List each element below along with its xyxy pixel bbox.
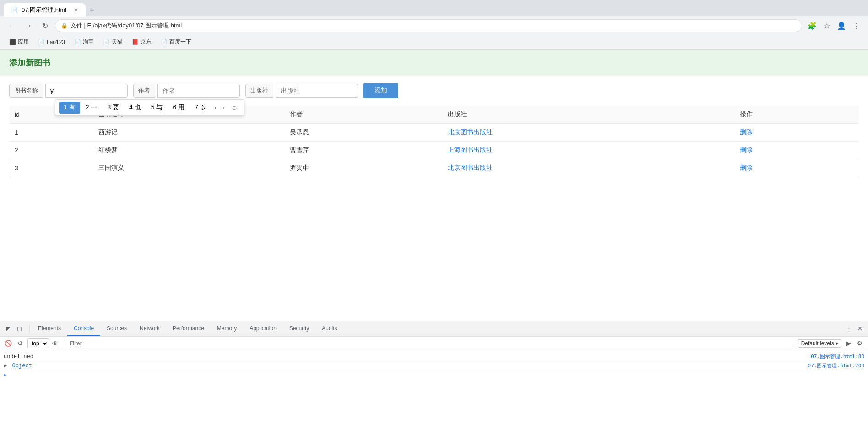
lock-icon: 🔒	[61, 22, 68, 29]
active-tab[interactable]: 📄 07.图示管理.html ✕	[4, 3, 86, 17]
console-filter-input[interactable]	[68, 339, 788, 348]
ime-candidate-5[interactable]: 5 与	[146, 102, 168, 114]
tab-audits[interactable]: Audits	[315, 321, 343, 336]
eye-icon[interactable]: 👁	[52, 340, 58, 347]
more-options-icon[interactable]: ⋮	[844, 324, 853, 333]
menu-button[interactable]: ⋮	[850, 19, 863, 32]
baidu-icon: 📄	[161, 39, 168, 45]
profile-button[interactable]: 👤	[835, 19, 848, 32]
bookmark-jd[interactable]: 📕 京东	[128, 37, 155, 47]
form-area: 图书名称 作者 出版社 添加 1 有 2 一 3 要 4 也 5 与 6 用	[0, 76, 868, 106]
ime-next-button[interactable]: ›	[220, 103, 228, 113]
right-toolbar: ▶ ⚙	[844, 339, 864, 348]
tianmao-label: 天猫	[112, 38, 123, 46]
apps-icon: ⬛	[9, 39, 16, 45]
ime-candidate-1[interactable]: 1 有	[59, 102, 80, 114]
jd-label: 京东	[141, 38, 152, 46]
tab-console[interactable]: Console	[67, 321, 100, 336]
author-input[interactable]	[157, 84, 240, 98]
ime-candidate-7[interactable]: 7 以	[190, 102, 211, 114]
devtools-header: ◤ ◻ Elements Console Sources Network Per…	[0, 321, 868, 337]
publisher-input[interactable]	[276, 84, 358, 98]
ime-candidate-3[interactable]: 3 要	[103, 102, 124, 114]
tab-separator	[29, 325, 30, 333]
delete-link[interactable]: 删除	[740, 164, 753, 171]
add-button[interactable]: 添加	[363, 83, 398, 98]
devtools-panel: ◤ ◻ Elements Console Sources Network Per…	[0, 321, 868, 430]
publisher-link[interactable]: 北京图书出版社	[448, 164, 493, 171]
tab-network[interactable]: Network	[133, 321, 166, 336]
author-field-group: 作者	[133, 84, 240, 98]
table-row: 2 红楼梦 曹雪芹 上海图书出版社 删除	[9, 142, 859, 159]
tab-application[interactable]: Application	[243, 321, 283, 336]
bookmark-hao123[interactable]: 📄 hao123	[34, 38, 69, 46]
back-button[interactable]: ←	[5, 19, 18, 32]
ime-candidate-6[interactable]: 6 用	[168, 102, 189, 114]
prompt-arrow: ►	[4, 371, 7, 378]
delete-link[interactable]: 删除	[740, 146, 753, 153]
bookmark-taobao[interactable]: 📄 淘宝	[71, 37, 98, 47]
device-toggle-icon[interactable]: ◻	[15, 324, 24, 333]
tab-favicon: 📄	[11, 7, 18, 13]
tab-security[interactable]: Security	[283, 321, 315, 336]
console-content: undefined 07.图示管理.html:83 ▶ Object 07.图示…	[0, 350, 868, 430]
tab-close-icon[interactable]: ✕	[74, 7, 78, 13]
page-title: 添加新图书	[9, 57, 859, 68]
close-devtools-icon[interactable]: ✕	[855, 324, 864, 333]
delete-link[interactable]: 删除	[740, 128, 753, 136]
cell-action: 删除	[734, 142, 859, 159]
tab-sources[interactable]: Sources	[100, 321, 133, 336]
address-bar[interactable]: 🔒 文件 | E:/ajax代码/day01/07.图示管理.html	[55, 19, 802, 32]
console-right-icon[interactable]: ▶	[844, 339, 853, 348]
cell-name: 三国演义	[93, 159, 284, 177]
console-link-2[interactable]: 07.图示管理.html:203	[808, 362, 864, 369]
settings-right-icon[interactable]: ⚙	[855, 339, 864, 348]
console-object-1[interactable]: ▶ Object	[4, 362, 32, 369]
tab-memory[interactable]: Memory	[211, 321, 243, 336]
ime-emoji-button[interactable]: ☺	[228, 102, 240, 113]
form-row: 图书名称 作者 出版社 添加	[9, 83, 859, 98]
page-header: 添加新图书	[0, 50, 868, 76]
browser-chrome: 📄 07.图示管理.html ✕ + ← → ↻ 🔒 文件 | E:/ajax代…	[0, 0, 868, 50]
baidu-label: 百度一下	[169, 38, 191, 46]
bookmark-button[interactable]: ☆	[820, 19, 833, 32]
console-link-1[interactable]: 07.图示管理.html:83	[811, 353, 864, 360]
col-action: 操作	[734, 106, 859, 124]
execution-context-select[interactable]: top	[27, 338, 49, 348]
forward-button[interactable]: →	[22, 19, 35, 32]
col-publisher: 出版社	[442, 106, 734, 124]
taobao-icon: 📄	[74, 39, 81, 45]
bookmark-apps[interactable]: ⬛ 应用	[5, 37, 33, 47]
inspect-element-icon[interactable]: ◤	[4, 324, 13, 333]
main-content: 添加新图书 图书名称 作者 出版社 添加 1 有 2	[0, 50, 868, 321]
new-tab-button[interactable]: +	[89, 5, 94, 15]
tab-performance[interactable]: Performance	[166, 321, 211, 336]
ime-candidate-4[interactable]: 4 也	[125, 102, 146, 114]
cell-publisher: 上海图书出版社	[442, 142, 734, 159]
ime-candidate-2[interactable]: 2 一	[81, 102, 102, 114]
publisher-link[interactable]: 上海图书出版社	[448, 146, 493, 153]
ime-prev-button[interactable]: ‹	[212, 103, 219, 113]
books-table: id 图书名称 作者 出版社 操作 1 西游记 吴承恩 北京图书出版社 删除 2…	[9, 106, 859, 177]
console-text-1: undefined	[4, 353, 33, 360]
tianmao-icon: 📄	[103, 39, 110, 45]
publisher-field-group: 出版社	[245, 84, 358, 98]
devtools-toolbar: 🚫 ⚙ top 👁 Default levels ▾ ▶ ⚙	[0, 337, 868, 350]
tab-elements[interactable]: Elements	[32, 321, 67, 336]
filter-separator	[793, 339, 793, 348]
hao123-label: hao123	[47, 39, 65, 45]
bookmark-baidu[interactable]: 📄 百度一下	[157, 37, 195, 47]
cell-name: 西游记	[93, 124, 284, 142]
clear-console-icon[interactable]: 🚫	[4, 339, 13, 348]
cell-action: 删除	[734, 159, 859, 177]
bookmark-tianmao[interactable]: 📄 天猫	[99, 37, 126, 47]
log-level-select[interactable]: Default levels ▾	[798, 339, 841, 348]
object-arrow[interactable]: ▶	[4, 362, 7, 369]
cell-author: 罗贯中	[284, 159, 442, 177]
devtools-right-controls: ⋮ ✕	[844, 324, 864, 333]
reload-button[interactable]: ↻	[38, 19, 51, 32]
book-name-input[interactable]	[45, 84, 128, 98]
console-settings-icon[interactable]: ⚙	[16, 339, 25, 348]
extensions-button[interactable]: 🧩	[806, 19, 819, 32]
publisher-link[interactable]: 北京图书出版社	[448, 128, 493, 136]
